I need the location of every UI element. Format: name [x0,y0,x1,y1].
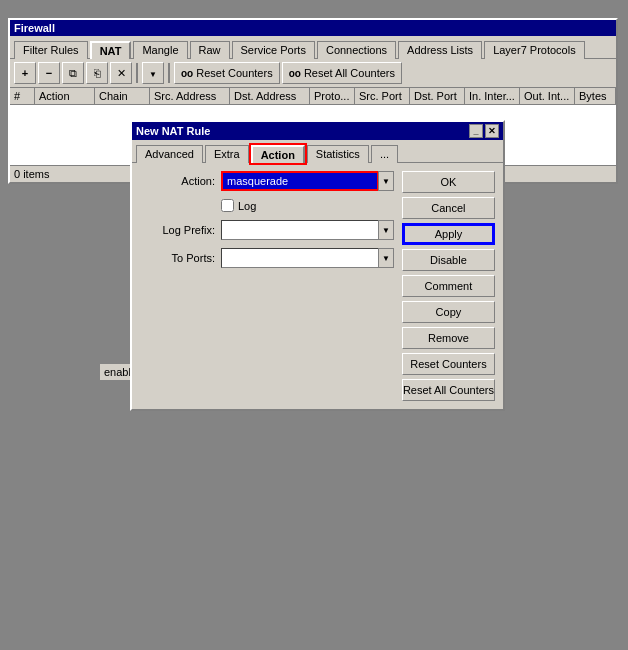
plus-icon [22,67,28,79]
table-header: # Action Chain Src. Address Dst. Address… [10,88,616,105]
disable-button[interactable]: Disable [402,249,495,271]
tab-advanced[interactable]: Advanced [136,145,203,163]
dialog-title: New NAT Rule _ ✕ [132,122,503,140]
action-label: Action: [140,175,215,187]
dialog-form: Action: masquerade ▼ Log Log Prefix: [140,171,394,401]
log-row: Log [221,199,394,212]
to-ports-container: ▼ [221,248,394,268]
enable-label: enabl [104,366,131,378]
firewall-title-text: Firewall [14,22,55,34]
delete-button[interactable]: ✕ [110,62,132,84]
tab-filter-rules[interactable]: Filter Rules [14,41,88,59]
disable-label: Disable [430,254,467,266]
tab-address-lists[interactable]: Address Lists [398,41,482,59]
oo-icon-1: oo [181,68,193,79]
log-label: Log [238,200,256,212]
col-dst-port: Dst. Port [410,88,465,104]
firewall-tab-bar: Filter Rules NAT Mangle Raw Service Port… [10,36,616,59]
reset-counters-dialog-button[interactable]: Reset Counters [402,353,495,375]
close-button[interactable]: ✕ [485,124,499,138]
dialog-tab-bar: Advanced Extra Action Statistics ... [132,140,503,163]
to-ports-row: To Ports: ▼ [140,248,394,268]
log-prefix-input[interactable] [221,220,379,240]
ok-label: OK [440,176,456,188]
col-src-address: Src. Address [150,88,230,104]
chevron-down-icon-2: ▼ [382,226,390,235]
tab-more[interactable]: ... [371,145,398,163]
log-prefix-container: ▼ [221,220,394,240]
tab-action[interactable]: Action [251,145,305,163]
delete-icon: ✕ [117,67,126,80]
reset-all-counters-dialog-button[interactable]: Reset All Counters [402,379,495,401]
to-ports-label: To Ports: [140,252,215,264]
tab-raw[interactable]: Raw [190,41,230,59]
copy-button[interactable]: Copy [402,301,495,323]
paste-button[interactable]: ⎗ [86,62,108,84]
tab-service-ports[interactable]: Service Ports [232,41,315,59]
to-ports-dropdown-arrow[interactable]: ▼ [378,248,394,268]
reset-all-counters-button[interactable]: oo Reset All Counters [282,62,402,84]
col-proto: Proto... [310,88,355,104]
copy-toolbar-button[interactable]: ⧉ [62,62,84,84]
reset-all-counters-label: Reset All Counters [304,67,395,79]
filter-button[interactable] [142,62,164,84]
chevron-down-icon: ▼ [382,177,390,186]
filter-icon [149,67,157,79]
tab-statistics[interactable]: Statistics [307,145,369,163]
col-num: # [10,88,35,104]
action-buttons: OK Cancel Apply Disable Comment Copy Rem… [402,171,495,401]
reset-all-counters-dialog-label: Reset All Counters [403,384,494,396]
reset-counters-label: Reset Counters [196,67,272,79]
log-prefix-dropdown-arrow[interactable]: ▼ [378,220,394,240]
remove-label: Remove [428,332,469,344]
nat-dialog: New NAT Rule _ ✕ Advanced Extra Action S… [130,120,505,411]
reset-counters-button[interactable]: oo Reset Counters [174,62,280,84]
log-prefix-label: Log Prefix: [140,224,215,236]
col-src-port: Src. Port [355,88,410,104]
remove-button[interactable] [38,62,60,84]
cancel-button[interactable]: Cancel [402,197,495,219]
dialog-title-text: New NAT Rule [136,125,210,137]
col-action: Action [35,88,95,104]
comment-button[interactable]: Comment [402,275,495,297]
separator-2 [168,63,170,83]
action-select-container: masquerade ▼ [221,171,394,191]
remove-button[interactable]: Remove [402,327,495,349]
add-button[interactable] [14,62,36,84]
tab-layer7-protocols[interactable]: Layer7 Protocols [484,41,585,59]
col-in-inter: In. Inter... [465,88,520,104]
action-row: Action: masquerade ▼ [140,171,394,191]
separator-1 [136,63,138,83]
minus-icon [46,67,52,79]
dialog-title-buttons: _ ✕ [469,124,499,138]
action-dropdown-arrow[interactable]: ▼ [378,171,394,191]
col-chain: Chain [95,88,150,104]
cancel-label: Cancel [431,202,465,214]
copy-label: Copy [436,306,462,318]
tab-mangle[interactable]: Mangle [133,41,187,59]
log-prefix-row: Log Prefix: ▼ [140,220,394,240]
apply-button[interactable]: Apply [402,223,495,245]
col-dst-address: Dst. Address [230,88,310,104]
col-bytes: Bytes [575,88,616,104]
toolbar: ⧉ ⎗ ✕ oo Reset Counters oo Reset All Cou… [10,59,616,88]
items-count: 0 items [14,168,49,180]
minimize-button[interactable]: _ [469,124,483,138]
dialog-content: Action: masquerade ▼ Log Log Prefix: [132,163,503,409]
tab-extra[interactable]: Extra [205,145,249,163]
to-ports-input[interactable] [221,248,379,268]
action-dropdown[interactable]: masquerade [221,171,379,191]
reset-counters-dialog-label: Reset Counters [410,358,486,370]
log-checkbox[interactable] [221,199,234,212]
paste-icon: ⎗ [94,67,101,79]
tab-nat[interactable]: NAT [90,41,132,59]
action-value: masquerade [227,175,288,187]
comment-label: Comment [425,280,473,292]
ok-button[interactable]: OK [402,171,495,193]
apply-label: Apply [435,228,463,240]
oo-icon-2: oo [289,68,301,79]
firewall-title: Firewall [10,20,616,36]
chevron-down-icon-3: ▼ [382,254,390,263]
col-out-int: Out. Int... [520,88,575,104]
tab-connections[interactable]: Connections [317,41,396,59]
